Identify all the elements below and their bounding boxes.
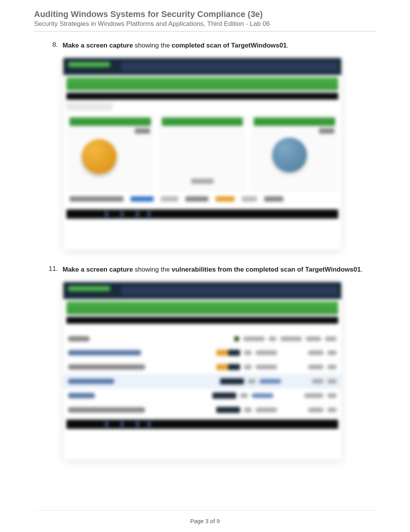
- ss-title-area: [121, 286, 337, 295]
- vuln-severity: [216, 407, 240, 413]
- screenshot-vulnerabilities: [63, 282, 341, 460]
- ss-chart-header: [162, 117, 243, 126]
- ss-footer-tick: [136, 211, 139, 217]
- ss-cell: [215, 196, 235, 202]
- vuln-cell: [327, 408, 337, 412]
- vuln-cell: [308, 365, 324, 369]
- ss-chart-col-2: [159, 114, 246, 192]
- ss-empty-label: [191, 178, 214, 184]
- vuln-cell: [280, 337, 302, 341]
- ss-footer-bar: [66, 420, 338, 429]
- instruction-number: 11.: [46, 265, 58, 274]
- ss-tab: [66, 103, 113, 110]
- vuln-severity: [216, 364, 240, 370]
- page-footer: Page 3 of 9: [34, 510, 376, 524]
- vuln-cell: [308, 350, 324, 355]
- vuln-cell: [304, 393, 324, 398]
- instruction-middle: showing the: [133, 266, 171, 273]
- ss-footer-tick: [120, 211, 124, 217]
- vuln-cell: [240, 393, 248, 398]
- ss-pie-chart-orange: [82, 139, 117, 174]
- ss-sub-nav: [66, 93, 338, 100]
- instruction-item-8: 8. Make a screen capture showing the com…: [34, 41, 376, 50]
- instruction-bold-prefix: Make a screen capture: [63, 42, 133, 49]
- vuln-cell: [325, 337, 337, 341]
- vuln-name: [68, 336, 90, 342]
- instruction-suffix: .: [287, 42, 289, 49]
- page-header: Auditing Windows Systems for Security Co…: [34, 9, 376, 32]
- vuln-name: [68, 393, 95, 398]
- ss-summary-row: [66, 194, 338, 204]
- vuln-cell: [244, 365, 252, 369]
- instruction-bold-prefix: Make a screen capture: [63, 266, 133, 273]
- ss-title-area: [121, 62, 337, 71]
- ss-body: [63, 100, 341, 207]
- ss-cell: [130, 196, 154, 202]
- vuln-row: [63, 360, 341, 374]
- vuln-row: [63, 332, 341, 346]
- ss-footer-tick: [120, 422, 124, 427]
- ss-cell: [161, 196, 178, 202]
- instruction-item-11: 11. Make a screen capture showing the vu…: [34, 265, 376, 274]
- vuln-name: [68, 364, 145, 370]
- ss-cell: [242, 196, 257, 202]
- vuln-name: [68, 379, 114, 384]
- vuln-cell: [327, 379, 337, 384]
- ss-nav-bar: [66, 301, 338, 314]
- ss-chart-header: [254, 117, 335, 126]
- header-title: Auditing Windows Systems for Security Co…: [34, 9, 376, 19]
- vuln-cell: [308, 408, 324, 412]
- ss-cell: [264, 196, 283, 202]
- vuln-cell: [243, 337, 265, 341]
- ss-table-body: [63, 324, 341, 417]
- screenshot-completed-scan: [63, 58, 341, 250]
- ss-chart-row: [66, 114, 338, 192]
- ss-chart-col-3: [251, 114, 338, 192]
- vuln-name: [68, 350, 141, 355]
- instruction-text: Make a screen capture showing the vulner…: [63, 265, 363, 274]
- instruction-middle: showing the: [133, 42, 171, 49]
- vuln-cell: [327, 393, 337, 398]
- instruction-suffix: .: [361, 266, 363, 273]
- ss-logo-area: [68, 62, 110, 67]
- ss-footer-tick: [105, 422, 108, 427]
- vuln-cell: [256, 408, 277, 412]
- vuln-cell: [248, 379, 256, 384]
- ss-footer-tick: [136, 422, 139, 427]
- ss-footer-tick: [147, 211, 151, 217]
- ss-logo-area: [68, 286, 110, 291]
- ss-nav-bar: [66, 77, 338, 90]
- ss-tabs: [66, 103, 338, 110]
- vuln-row: [63, 374, 341, 389]
- vuln-cell: [269, 337, 276, 341]
- vuln-severity: [220, 378, 244, 384]
- vuln-cell: [252, 393, 273, 398]
- vuln-row: [63, 389, 341, 403]
- vuln-severity: [216, 350, 240, 356]
- ss-chart-col-1: [66, 114, 154, 192]
- ss-titlebar: [63, 282, 341, 299]
- vuln-row: [63, 403, 341, 417]
- vuln-cell: [244, 350, 252, 355]
- ss-footer-tick: [105, 211, 108, 217]
- ss-chart-label: [319, 128, 334, 134]
- vuln-row: [63, 346, 341, 360]
- vuln-cell: [327, 350, 337, 355]
- vuln-icon: [234, 336, 239, 342]
- ss-footer-bar: [66, 209, 338, 219]
- vuln-name: [68, 407, 145, 413]
- ss-cell: [185, 196, 208, 202]
- vuln-cell: [256, 365, 277, 369]
- instruction-text: Make a screen capture showing the comple…: [63, 41, 288, 50]
- ss-chart-header: [69, 117, 151, 126]
- instruction-number: 8.: [46, 41, 58, 50]
- page-number-label: Page 3 of 9: [190, 518, 220, 524]
- vuln-cell: [306, 337, 321, 341]
- vuln-cell: [327, 365, 337, 369]
- lab-document-page: Auditing Windows Systems for Security Co…: [0, 0, 410, 532]
- ss-footer-tick: [147, 422, 151, 427]
- ss-titlebar: [63, 58, 341, 75]
- instruction-bold-target: completed scan of TargetWindows01: [172, 42, 287, 49]
- ss-pie-chart-blue: [272, 138, 307, 172]
- vuln-severity: [212, 393, 236, 399]
